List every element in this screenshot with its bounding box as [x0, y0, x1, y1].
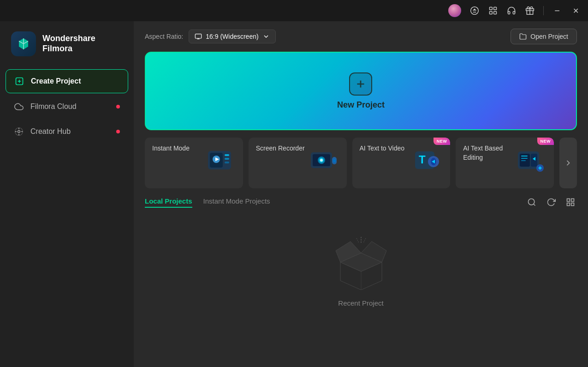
logo-text: Wondershare Filmora [42, 34, 95, 54]
svg-rect-4 [494, 12, 497, 14]
svg-rect-35 [521, 158, 528, 159]
tab-instant-mode-projects[interactable]: Instant Mode Projects [203, 197, 270, 208]
ai-editing-icon [514, 144, 546, 176]
ai-editing-badge: NEW [537, 138, 554, 145]
cloud-icon [14, 102, 24, 112]
svg-point-27 [333, 159, 336, 162]
projects-tabs: Local Projects Instant Mode Projects [145, 197, 270, 208]
svg-line-54 [363, 238, 366, 243]
create-project-icon [14, 76, 24, 86]
creator-hub-badge [116, 130, 120, 133]
ai-text-video-image: T [410, 144, 443, 176]
sidebar: Wondershare Filmora Create Project [0, 21, 134, 367]
aspect-ratio-group: Aspect Ratio: 16:9 (Widescreen) [145, 30, 276, 43]
aspect-ratio-value: 16:9 (Widescreen) [206, 33, 258, 40]
screen-recorder-image [307, 144, 339, 176]
support-icon[interactable] [506, 6, 517, 16]
creator-hub-label: Creator Hub [30, 127, 71, 136]
new-project-plus-icon [349, 72, 372, 96]
ai-editing-image [514, 144, 546, 176]
svg-rect-2 [494, 7, 497, 10]
aspect-ratio-dropdown[interactable]: 16:9 (Widescreen) [189, 30, 275, 43]
apps-icon[interactable] [488, 6, 498, 16]
open-project-label: Open Project [530, 33, 568, 40]
empty-box-icon [331, 235, 391, 290]
svg-point-25 [320, 159, 323, 162]
svg-rect-44 [571, 203, 574, 206]
sidebar-nav: Create Project Filmora Cloud [0, 69, 134, 143]
sidebar-logo: Wondershare Filmora [0, 21, 134, 69]
ai-editing-label: AI Text Based Editing [463, 144, 514, 162]
quick-card-ai-text-based-editing[interactable]: NEW AI Text Based Editing [456, 138, 554, 188]
title-bar: − ✕ [0, 0, 588, 21]
user-avatar[interactable] [448, 4, 461, 17]
logo-title-line1: Wondershare [42, 34, 95, 44]
minimize-button[interactable]: − [552, 6, 562, 16]
chevron-right-icon [564, 158, 573, 168]
ai-text-video-label: AI Text to Video [360, 144, 405, 153]
plus-icon [355, 78, 367, 90]
svg-rect-11 [196, 34, 202, 38]
ai-text-video-badge: NEW [434, 138, 451, 145]
folder-icon [519, 33, 527, 40]
svg-rect-43 [567, 203, 570, 206]
svg-rect-41 [567, 199, 570, 202]
svg-rect-37 [531, 154, 537, 167]
logo-icon [11, 31, 36, 56]
svg-rect-19 [225, 158, 229, 160]
empty-state-label: Recent Project [338, 299, 383, 307]
ai-text-video-icon: T [410, 144, 443, 176]
svg-rect-1 [490, 7, 493, 10]
new-project-label: New Project [337, 100, 385, 110]
content-toolbar: Aspect Ratio: 16:9 (Widescreen) Open P [134, 21, 588, 52]
instant-mode-label: Instant Mode [152, 144, 190, 153]
quick-card-screen-recorder[interactable]: Screen Recorder [249, 138, 347, 188]
projects-actions [525, 196, 577, 209]
new-project-inner: New Project [337, 72, 385, 110]
instant-mode-image [203, 144, 236, 176]
projects-section: Local Projects Instant Mode Projects [134, 196, 588, 367]
content-area: Aspect Ratio: 16:9 (Widescreen) Open P [134, 21, 588, 367]
filmora-cloud-label: Filmora Cloud [30, 102, 77, 111]
tab-local-projects[interactable]: Local Projects [145, 197, 192, 208]
screen-recorder-label: Screen Recorder [256, 144, 305, 153]
grid-view-icon[interactable] [564, 196, 577, 209]
svg-point-39 [529, 199, 535, 205]
sidebar-item-creator-hub[interactable]: Creator Hub [6, 120, 128, 143]
svg-rect-36 [521, 160, 526, 161]
quick-cards-row: Instant Mode Screen Recorder [134, 138, 588, 196]
refresh-projects-icon[interactable] [545, 196, 558, 209]
quick-card-instant-mode[interactable]: Instant Mode [145, 138, 243, 188]
svg-line-53 [356, 238, 359, 243]
svg-rect-20 [225, 162, 229, 163]
svg-text:T: T [419, 153, 426, 166]
close-button[interactable]: ✕ [570, 6, 581, 16]
upload-icon[interactable] [469, 6, 480, 16]
sidebar-item-filmora-cloud[interactable]: Filmora Cloud [6, 95, 128, 118]
svg-point-10 [18, 131, 20, 133]
svg-rect-42 [571, 199, 574, 202]
search-projects-icon[interactable] [525, 196, 538, 209]
quick-card-ai-text-to-video[interactable]: NEW AI Text to Video T [352, 138, 451, 188]
filmora-cloud-badge [116, 105, 120, 108]
aspect-ratio-label: Aspect Ratio: [145, 33, 183, 40]
logo-title-line2: Filmora [42, 44, 95, 54]
sidebar-item-create-project[interactable]: Create Project [6, 69, 128, 93]
instant-mode-icon [203, 144, 236, 176]
create-project-label: Create Project [31, 77, 81, 85]
chevron-down-icon [262, 33, 270, 40]
projects-header: Local Projects Instant Mode Projects [145, 196, 577, 209]
empty-state: Recent Project [145, 216, 577, 325]
svg-rect-18 [225, 154, 229, 156]
gift-icon[interactable] [525, 6, 535, 16]
open-project-button[interactable]: Open Project [511, 29, 577, 44]
svg-rect-3 [490, 12, 493, 14]
quick-cards-arrow-button[interactable] [559, 138, 577, 188]
empty-box-image [331, 235, 391, 290]
screen-recorder-icon [307, 144, 339, 176]
main-layout: Wondershare Filmora Create Project [0, 21, 588, 367]
svg-line-40 [534, 204, 535, 206]
monitor-icon [195, 33, 202, 40]
new-project-banner[interactable]: New Project [145, 52, 577, 130]
creator-hub-icon [14, 126, 24, 137]
